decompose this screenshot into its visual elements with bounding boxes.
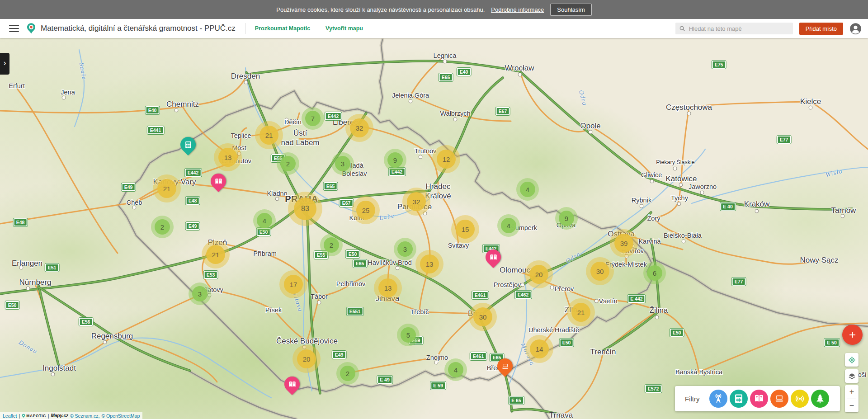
add-place-button[interactable]: Přidat místo	[799, 23, 843, 35]
road-shield: E551	[347, 307, 363, 315]
cluster-marker[interactable]: 7	[302, 107, 324, 130]
cluster-marker[interactable]: 15	[451, 215, 479, 243]
road-shield: E53	[204, 271, 218, 279]
cluster-marker[interactable]: 30	[586, 257, 614, 285]
cluster-count: 30	[473, 307, 492, 326]
filter-tree-button[interactable]	[811, 390, 829, 408]
nav-create-map[interactable]: Vytvořit mapu	[326, 25, 363, 32]
attribution-separator: |	[19, 413, 20, 419]
map-label: Tychy	[671, 194, 688, 202]
cluster-marker[interactable]: 20	[292, 345, 321, 373]
nav-explore-mapotic[interactable]: Prozkoumat Mapotic	[255, 25, 310, 32]
cluster-marker[interactable]: 20	[525, 260, 553, 288]
map-label: Erfurt	[9, 82, 24, 90]
map-label: Žilina	[650, 306, 668, 315]
cluster-marker[interactable]: 12	[432, 145, 460, 173]
cluster-count: 13	[420, 254, 439, 273]
filter-book-button[interactable]	[750, 390, 768, 408]
cluster-marker[interactable]: 39	[610, 229, 638, 257]
search-input[interactable]	[689, 25, 789, 32]
layers-button[interactable]	[845, 369, 859, 383]
laptop-pin-marker[interactable]	[494, 355, 516, 377]
cluster-marker[interactable]: 3	[189, 282, 211, 305]
cluster-marker[interactable]: 2	[320, 234, 343, 256]
add-place-fab[interactable]: +	[842, 325, 863, 345]
cluster-marker[interactable]: 13	[415, 250, 443, 278]
cluster-count: 4	[257, 213, 272, 228]
search-box[interactable]	[675, 23, 793, 34]
book-pin-marker[interactable]	[281, 373, 303, 395]
city-dot	[673, 167, 677, 171]
cluster-marker[interactable]: 21	[202, 240, 230, 268]
seznam-link[interactable]: © Seznam.cz,	[70, 413, 100, 419]
cluster-marker[interactable]: 25	[352, 196, 380, 224]
city-dot	[521, 283, 525, 287]
filter-bar: Filtry	[675, 386, 840, 411]
sidebar-expand-button[interactable]: ›	[0, 53, 9, 75]
cluster-marker[interactable]: 32	[345, 114, 373, 142]
cluster-marker[interactable]: 30	[469, 303, 497, 331]
cluster-marker[interactable]: 21	[153, 174, 181, 202]
cluster-marker[interactable]: 4	[253, 209, 276, 232]
zoom-out-button[interactable]: −	[845, 399, 859, 413]
road-shield: E50	[5, 301, 19, 309]
account-icon[interactable]	[849, 23, 862, 35]
cluster-count: 13	[378, 278, 397, 297]
cookie-accept-button[interactable]: Souhlasím	[550, 4, 591, 16]
header-divider	[245, 23, 246, 34]
city-dot	[434, 361, 439, 365]
cluster-marker[interactable]: 21	[255, 121, 283, 149]
city-dot	[62, 96, 66, 100]
zoom-in-button[interactable]: +	[845, 385, 859, 399]
filter-calculator-button[interactable]	[730, 390, 748, 408]
cluster-marker[interactable]: 2	[151, 216, 174, 238]
city-dot	[396, 266, 400, 270]
cluster-count: 32	[350, 118, 369, 137]
cluster-marker[interactable]: 9	[384, 149, 406, 171]
map-label: Karviná	[638, 237, 660, 245]
laptop-icon	[774, 393, 785, 404]
map-canvas[interactable]: ErfurtJenaChemnitzDresdenErlangenNürnber…	[0, 38, 868, 419]
cluster-count: 14	[530, 339, 549, 358]
city-dot	[809, 106, 813, 110]
cluster-marker[interactable]: 6	[643, 262, 666, 284]
cluster-marker[interactable]: 32	[402, 188, 430, 216]
cluster-marker[interactable]: 13	[374, 274, 402, 302]
leaflet-link[interactable]: Leaflet	[3, 413, 17, 419]
map-label: Rybnik	[632, 196, 651, 204]
cluster-marker[interactable]: 2	[336, 362, 359, 385]
cluster-marker[interactable]: 4	[444, 358, 467, 381]
cluster-marker[interactable]: 17	[279, 270, 307, 298]
road-shield: E50	[346, 250, 360, 258]
cluster-marker[interactable]: 13	[214, 143, 242, 171]
filter-laptop-button[interactable]	[770, 390, 788, 408]
cluster-marker[interactable]: 21	[567, 298, 595, 326]
cluster-marker[interactable]: 14	[525, 335, 553, 363]
calculator-pin-marker[interactable]	[177, 134, 199, 155]
cluster-marker[interactable]: 3	[331, 152, 354, 175]
locate-me-button[interactable]	[845, 353, 859, 367]
book-pin-marker[interactable]	[208, 170, 229, 192]
river-label: Wisła	[825, 168, 843, 179]
cluster-marker[interactable]: 3	[394, 238, 416, 260]
menu-icon[interactable]	[9, 25, 19, 32]
cluster-marker[interactable]: 83	[288, 192, 322, 226]
cluster-marker[interactable]: 9	[555, 207, 578, 230]
cluster-marker[interactable]: 4	[516, 178, 539, 201]
filter-antenna-button[interactable]	[709, 390, 727, 408]
filter-broadcast-button[interactable]	[791, 390, 809, 408]
city-dot	[550, 286, 554, 290]
book-pin-marker[interactable]	[482, 246, 504, 268]
osm-link[interactable]: © OpenStreetMap	[101, 413, 140, 419]
cluster-count: 13	[218, 148, 237, 167]
antenna-icon	[713, 393, 724, 404]
cluster-marker[interactable]: 4	[497, 214, 520, 237]
header-nav: Prozkoumat Mapotic Vytvořit mapu	[255, 25, 363, 32]
locate-icon	[848, 356, 856, 364]
cluster-count: 3	[192, 286, 208, 301]
cookie-info-link[interactable]: Podrobné informace	[491, 6, 544, 13]
cluster-marker[interactable]: 2	[277, 152, 299, 175]
cluster-marker[interactable]: 5	[397, 324, 420, 346]
mapy-logo[interactable]: Mapy.cz	[51, 413, 68, 418]
road-shield: E65	[439, 73, 453, 81]
